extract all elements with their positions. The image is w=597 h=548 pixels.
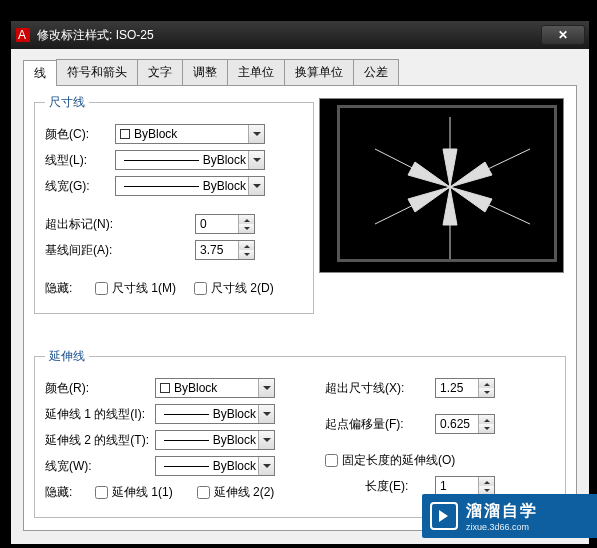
chevron-down-icon [258,405,274,423]
spin-up-icon[interactable] [479,415,494,424]
label-hide-dimline2: 尺寸线 2(D) [211,280,274,297]
check-hide-dimline1[interactable] [95,282,108,295]
label-beyond: 超出尺寸线(X): [325,380,435,397]
label-ext-color: 颜色(R): [45,380,155,397]
input-extend[interactable] [196,215,238,233]
tab-symbols-arrows[interactable]: 符号和箭头 [56,59,138,85]
line-sample-icon [124,186,199,187]
label-hide-dimline1: 尺寸线 1(M) [112,280,176,297]
label-baseline: 基线间距(A): [45,242,195,259]
chevron-down-icon [258,457,274,475]
group-extline: 延伸线 颜色(R): ByBlock 延伸线 1 的线型(I): [34,348,566,518]
tab-alternate-units[interactable]: 换算单位 [284,59,354,85]
combo-extline-lt1[interactable]: ByBlock [155,404,275,424]
group-dimline: 尺寸线 颜色(C): ByBlock 线型(L): ByBlock [34,94,314,314]
tab-primary-units[interactable]: 主单位 [227,59,285,85]
label-hide-extline1: 延伸线 1(1) [112,484,173,501]
spin-baseline[interactable] [195,240,255,260]
label-ext-lt2: 延伸线 2 的线型(T): [45,432,155,449]
label-hide-extline2: 延伸线 2(2) [214,484,275,501]
input-length[interactable] [436,477,478,495]
label-hide-extline: 隐藏: [45,484,95,501]
close-icon: ✕ [558,28,568,42]
chevron-down-icon [248,125,264,143]
check-hide-extline2[interactable] [197,486,210,499]
label-ext-lt1: 延伸线 1 的线型(I): [45,406,155,423]
combo-extline-color[interactable]: ByBlock [155,378,275,398]
window-title: 修改标注样式: ISO-25 [37,27,541,44]
chevron-down-icon [248,177,264,195]
spin-length[interactable] [435,476,495,496]
line-sample-icon [164,440,209,441]
group-dimline-legend: 尺寸线 [45,94,89,111]
input-offset[interactable] [436,415,478,433]
input-beyond[interactable] [436,379,478,397]
line-sample-icon [164,466,209,467]
chevron-down-icon [258,431,274,449]
line-sample-icon [124,160,199,161]
label-ext-lw: 线宽(W): [45,458,155,475]
spin-down-icon[interactable] [479,388,494,397]
input-baseline[interactable] [196,241,238,259]
swatch-icon [120,129,130,139]
label-lineweight: 线宽(G): [45,178,115,195]
tab-strip: 线 符号和箭头 文字 调整 主单位 换算单位 公差 [23,59,577,86]
preview-pane [319,98,564,273]
close-button[interactable]: ✕ [541,25,585,45]
label-linetype: 线型(L): [45,152,115,169]
spin-up-icon[interactable] [479,379,494,388]
spin-offset[interactable] [435,414,495,434]
spin-down-icon[interactable] [479,424,494,433]
combo-dimline-linetype[interactable]: ByBlock [115,150,265,170]
svg-text:A: A [18,28,26,42]
label-length: 长度(E): [365,478,435,495]
combo-extline-lt2[interactable]: ByBlock [155,430,275,450]
watermark-brand: 溜溜自学 [466,501,538,522]
app-icon: A [15,27,31,43]
spin-beyond[interactable] [435,378,495,398]
spin-extend[interactable] [195,214,255,234]
spin-up-icon[interactable] [479,477,494,486]
tab-line[interactable]: 线 [23,60,57,86]
combo-dimline-lineweight[interactable]: ByBlock [115,176,265,196]
tab-panel: 尺寸线 颜色(C): ByBlock 线型(L): ByBlock [23,86,577,531]
spin-up-icon[interactable] [239,241,254,250]
tab-tolerance[interactable]: 公差 [353,59,399,85]
spin-down-icon[interactable] [239,224,254,233]
label-hide-dimline: 隐藏: [45,280,95,297]
check-fixed-length[interactable] [325,454,338,467]
play-icon [430,502,458,530]
watermark-url: zixue.3d66.com [466,522,538,532]
chevron-down-icon [258,379,274,397]
chevron-down-icon [248,151,264,169]
check-hide-dimline2[interactable] [194,282,207,295]
tab-text[interactable]: 文字 [137,59,183,85]
titlebar: A 修改标注样式: ISO-25 ✕ [11,21,589,49]
spin-down-icon[interactable] [239,250,254,259]
spin-up-icon[interactable] [239,215,254,224]
client-area: 线 符号和箭头 文字 调整 主单位 换算单位 公差 [11,49,589,544]
dialog-window: A 修改标注样式: ISO-25 ✕ 线 符号和箭头 文字 调整 主单位 换算单… [10,20,590,545]
watermark: 溜溜自学 zixue.3d66.com [422,494,597,538]
line-sample-icon [164,414,209,415]
combo-extline-lw[interactable]: ByBlock [155,456,275,476]
check-hide-extline1[interactable] [95,486,108,499]
swatch-icon [160,383,170,393]
label-offset: 起点偏移量(F): [325,416,435,433]
label-extend: 超出标记(N): [45,216,195,233]
combo-dimline-color[interactable]: ByBlock [115,124,265,144]
tab-fit[interactable]: 调整 [182,59,228,85]
label-fixed-length: 固定长度的延伸线(O) [342,452,455,469]
group-extline-legend: 延伸线 [45,348,89,365]
label-color: 颜色(C): [45,126,115,143]
